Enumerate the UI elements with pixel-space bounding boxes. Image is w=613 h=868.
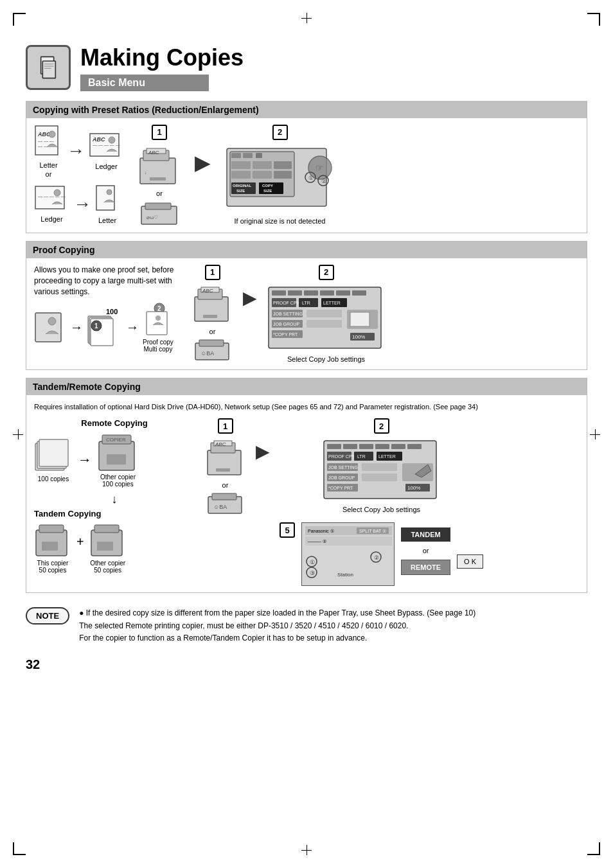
proof-left: Allows you to make one proof set, before… bbox=[34, 265, 182, 353]
svg-point-52 bbox=[48, 317, 56, 325]
proof-source-icon bbox=[34, 310, 66, 345]
tandem-remote-buttons: TANDEM or REMOTE bbox=[401, 522, 450, 575]
down-arrow: ↓ bbox=[34, 493, 195, 506]
preset-ratios-header-text: Copying with Preset Ratios (Reduction/En… bbox=[33, 105, 259, 115]
ledger-bottom-icon: — — — — — bbox=[34, 185, 69, 214]
svg-text:②: ② bbox=[374, 554, 379, 561]
proof-or-text: or bbox=[209, 328, 216, 335]
proof-description: Allows you to make one proof set, before… bbox=[34, 265, 182, 297]
svg-rect-121 bbox=[375, 444, 389, 449]
tandem-content: Requires installation of optional Hard D… bbox=[26, 395, 587, 593]
svg-text:⌀ω♡: ⌀ω♡ bbox=[147, 215, 158, 220]
tandem-or-text: or bbox=[222, 481, 229, 489]
letter-label: Letter bbox=[39, 161, 57, 169]
ledger-to-letter-row: — — — — — Ledger → Letter bbox=[34, 184, 124, 224]
remote-flow: 100 copies → COPIER Other copier bbox=[34, 432, 195, 488]
svg-text:SIZE: SIZE bbox=[236, 189, 245, 193]
svg-text:——— ②: ——— ② bbox=[308, 539, 326, 544]
ledger-bottom-label: Ledger bbox=[40, 215, 62, 223]
svg-text:PROOF CPY: PROOF CPY bbox=[328, 454, 355, 459]
svg-text:JOB GROUP: JOB GROUP bbox=[273, 322, 300, 326]
tandem-description: Requires installation of optional Hard D… bbox=[34, 402, 579, 412]
svg-text:①: ① bbox=[310, 559, 315, 565]
svg-rect-36 bbox=[231, 171, 251, 179]
note-content: ● If the desired copy size is different … bbox=[79, 607, 475, 644]
multi-copy-label: Multi copy bbox=[143, 346, 172, 353]
svg-text:☺BA: ☺BA bbox=[213, 504, 227, 510]
subtitle-bar: Basic Menu bbox=[80, 75, 209, 91]
svg-text:COPY: COPY bbox=[262, 184, 273, 188]
device-screen-wrap: ORIGINAL SIZE COPY SIZE ☞ ① ② bbox=[224, 145, 336, 213]
station-screen-svg: Panasonic ① SPLIT BAT ① ——— ② ① bbox=[305, 526, 392, 581]
tandem-step1: 1 ABC or ☺BA bbox=[204, 418, 246, 516]
other-copier-icon bbox=[89, 522, 127, 560]
note-badge: NOTE bbox=[26, 607, 69, 624]
svg-point-13 bbox=[109, 137, 115, 143]
copy-icon bbox=[35, 55, 61, 80]
page-header: Making Copies Basic Menu bbox=[26, 45, 587, 91]
svg-rect-115 bbox=[212, 493, 236, 500]
remote-button[interactable]: REMOTE bbox=[401, 560, 450, 575]
remote-paper-stack bbox=[34, 437, 73, 475]
tandem-adf-icon: ABC bbox=[204, 439, 246, 479]
svg-rect-32 bbox=[256, 153, 262, 158]
svg-text:②: ② bbox=[321, 178, 326, 184]
arrow-proof: → bbox=[70, 320, 83, 335]
ok-button[interactable]: O K bbox=[457, 554, 483, 569]
or-btn-label: or bbox=[401, 547, 450, 554]
other-copier-group: Other copier 50 copies bbox=[89, 522, 127, 574]
svg-rect-26 bbox=[145, 203, 171, 209]
crosshair-bottom bbox=[301, 845, 312, 855]
svg-rect-31 bbox=[243, 153, 253, 158]
tandem-button[interactable]: TANDEM bbox=[401, 527, 450, 542]
svg-rect-123 bbox=[407, 444, 422, 449]
corner-mark-tr bbox=[587, 13, 600, 26]
preset-ratios-header: Copying with Preset Ratios (Reduction/En… bbox=[26, 102, 587, 118]
svg-rect-86 bbox=[306, 310, 342, 317]
svg-rect-35 bbox=[274, 161, 292, 169]
letter-doc-icon: ABC — — — — — — bbox=[34, 125, 63, 160]
step2-box: 2 bbox=[272, 125, 288, 140]
copies-50-right-label: 50 copies bbox=[94, 567, 121, 574]
remote-dest: COPIER Other copier 100 copies bbox=[97, 432, 139, 488]
tandem-right-col: 2 PROOF CPY bbox=[280, 418, 483, 586]
svg-text:☺BA: ☺BA bbox=[200, 350, 214, 357]
svg-text:Panasonic ①: Panasonic ① bbox=[308, 529, 334, 533]
copies-100-label: 100 copies bbox=[38, 475, 69, 483]
proof-step1: 1 ABC or ☺BA bbox=[191, 265, 233, 362]
ledger-doc-icon: ABC — — — — — bbox=[89, 132, 124, 161]
svg-rect-120 bbox=[359, 444, 373, 449]
tandem-main-layout: Remote Copying 100 copies → bbox=[34, 418, 579, 586]
ledger-doc-group: ABC — — — — — Ledger bbox=[89, 132, 124, 170]
letter-bottom-icon bbox=[95, 184, 120, 215]
tandem-step5-area: 5 Panasonic ① SPLIT BAT ① bbox=[280, 522, 483, 586]
proof-step2-box: 2 bbox=[319, 265, 334, 280]
preset-left-illustrations: ABC — — — — — — Letter or → bbox=[34, 125, 124, 224]
tandem-flow: This copier 50 copies + Other copier 50 bbox=[34, 522, 195, 574]
svg-point-18 bbox=[107, 190, 112, 195]
svg-text:LTR: LTR bbox=[357, 454, 366, 459]
tandem-select-label: Select Copy Job settings bbox=[342, 506, 420, 513]
svg-text:— — — — —: — — — — — bbox=[93, 143, 120, 147]
device-body-icon: ORIGINAL SIZE COPY SIZE ☞ ① ② bbox=[224, 145, 336, 213]
tandem-remote-section: Tandem/Remote Copying Requires installat… bbox=[26, 378, 587, 594]
svg-rect-38 bbox=[274, 171, 292, 179]
crosshair-right bbox=[590, 429, 600, 439]
svg-rect-34 bbox=[253, 161, 272, 169]
corner-mark-bl bbox=[13, 842, 26, 855]
note-section: NOTE ● If the desired copy size is diffe… bbox=[26, 601, 587, 651]
svg-rect-102 bbox=[107, 454, 126, 465]
svg-text:SPLIT BAT ①: SPLIT BAT ① bbox=[359, 529, 386, 533]
page-title: Making Copies bbox=[80, 45, 587, 71]
svg-text:*COPY PRT: *COPY PRT bbox=[328, 486, 353, 490]
proof-step2: 2 PROOF CPY LTR bbox=[267, 265, 386, 363]
svg-text:2: 2 bbox=[157, 305, 161, 312]
header-icon-box bbox=[26, 45, 71, 90]
proof-single: 2 Proof copy Multi copy bbox=[143, 302, 173, 353]
proof-stack-svg: 100 1 bbox=[87, 306, 122, 348]
proof-arrow-between: ▶ bbox=[243, 265, 257, 308]
svg-text:ABC: ABC bbox=[215, 441, 226, 447]
copies-50-left-label: 50 copies bbox=[39, 567, 67, 574]
tandem-copying-label: Tandem Copying bbox=[34, 509, 195, 518]
svg-text:☞: ☞ bbox=[315, 163, 324, 173]
